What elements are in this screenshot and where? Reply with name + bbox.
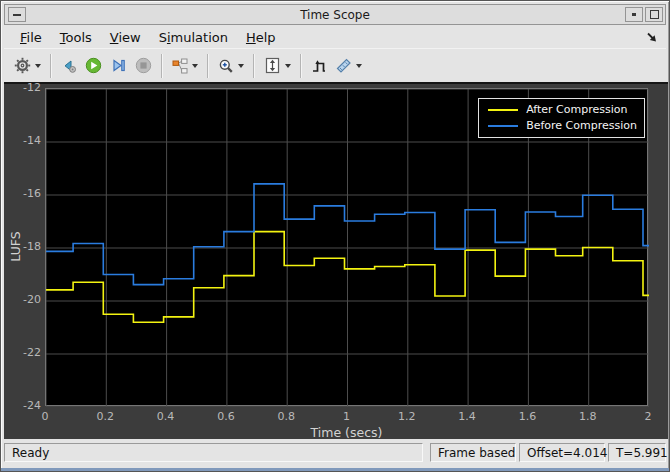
measurements-button[interactable] (331, 53, 366, 79)
menu-bar: File Tools View Simulation Help (4, 27, 666, 48)
stop-icon (135, 57, 152, 74)
step-back-icon (61, 58, 77, 74)
legend-label: After Compression (526, 103, 627, 116)
toolbar-separator (161, 54, 163, 78)
y-tick-label: -14 (23, 135, 41, 147)
y-tick-label: -18 (23, 241, 41, 253)
plot-area[interactable]: After Compression Before Compression (45, 88, 648, 406)
x-tick-label: 2 (645, 411, 652, 423)
menu-help[interactable]: Help (237, 28, 285, 47)
title-bar: Time Scope (4, 4, 666, 25)
toolbar-separator (253, 54, 255, 78)
window-title: Time Scope (5, 8, 665, 22)
x-tick-label: 1.8 (579, 411, 597, 423)
status-offset: Offset=4.014 (519, 443, 605, 462)
x-tick-label: 0.8 (277, 411, 295, 423)
scope-canvas: LUFS -12-14-16-18-20-22-24 After Compres… (4, 82, 668, 439)
x-tick-label: 1.6 (519, 411, 537, 423)
maximize-button[interactable] (645, 7, 663, 22)
status-frame-based: Frame based (430, 443, 516, 462)
step-forward-icon (110, 57, 127, 74)
settings-dropdown-caret (35, 64, 41, 68)
x-tick-label: 0 (42, 411, 49, 423)
window-menu-button[interactable] (8, 7, 26, 22)
run-button[interactable] (81, 53, 106, 79)
x-tick-label: 0.6 (217, 411, 235, 423)
x-axis-label: Time (secs) (45, 425, 648, 440)
signal-selector-dropdown-caret (192, 64, 198, 68)
legend-item-after-compression: After Compression (488, 103, 637, 116)
window-menu-icon (13, 14, 21, 16)
scale-axes-icon (264, 57, 281, 74)
signal-selector-button[interactable] (168, 53, 202, 79)
menu-file[interactable]: File (11, 28, 51, 47)
x-axis-ticks: 00.20.40.60.811.21.41.61.82 (45, 411, 650, 425)
maximize-icon (650, 10, 659, 19)
minimize-button[interactable] (625, 7, 643, 22)
gear-icon (14, 57, 31, 74)
x-tick-label: 1 (343, 411, 350, 423)
status-ready: Ready (4, 443, 423, 462)
menu-tools[interactable]: Tools (51, 28, 101, 47)
x-tick-label: 1.2 (398, 411, 416, 423)
dock-button[interactable] (645, 30, 659, 44)
status-time: T=5.991 (608, 443, 666, 462)
trigger-icon (311, 58, 327, 74)
window-bottom-edge (1, 468, 669, 471)
y-axis-ticks: -12-14-16-18-20-22-24 (15, 88, 41, 406)
dock-arrow-icon (645, 30, 659, 44)
x-tick-label: 1.4 (458, 411, 476, 423)
zoom-in-button[interactable] (214, 53, 248, 79)
menu-simulation[interactable]: Simulation (150, 28, 237, 47)
measurements-dropdown-caret (356, 64, 362, 68)
trigger-button[interactable] (307, 53, 331, 79)
y-tick-label: -20 (23, 294, 41, 306)
scale-axes-button[interactable] (260, 53, 295, 79)
y-tick-label: -22 (23, 347, 41, 359)
y-tick-label: -16 (23, 188, 41, 200)
after-compression-line-swatch (488, 109, 518, 111)
ruler-icon (335, 57, 352, 74)
step-forward-button[interactable] (106, 53, 131, 79)
run-icon (85, 57, 102, 74)
before-compression-line-swatch (488, 125, 518, 127)
minimize-icon (632, 13, 636, 16)
x-tick-label: 0.2 (97, 411, 115, 423)
stop-button[interactable] (131, 53, 156, 79)
settings-button[interactable] (10, 53, 45, 79)
signal-selector-icon (172, 58, 188, 74)
scale-axes-dropdown-caret (285, 64, 291, 68)
toolbar-separator (207, 54, 209, 78)
zoom-dropdown-caret (238, 64, 244, 68)
zoom-in-icon (218, 58, 234, 74)
legend-item-before-compression: Before Compression (488, 119, 637, 132)
time-scope-window: Time Scope File Tools View Simulation He… (0, 0, 670, 472)
toolbar-separator (50, 54, 52, 78)
toolbar-separator (300, 54, 302, 78)
legend[interactable]: After Compression Before Compression (478, 98, 645, 138)
step-back-button[interactable] (57, 53, 81, 79)
y-tick-label: -24 (23, 400, 41, 412)
status-bar: Ready Frame based Offset=4.014 T=5.991 (4, 441, 666, 464)
menu-view[interactable]: View (101, 28, 150, 47)
legend-label: Before Compression (526, 119, 637, 132)
y-tick-label: -12 (23, 82, 41, 94)
toolbar (4, 48, 666, 82)
x-tick-label: 0.4 (157, 411, 175, 423)
